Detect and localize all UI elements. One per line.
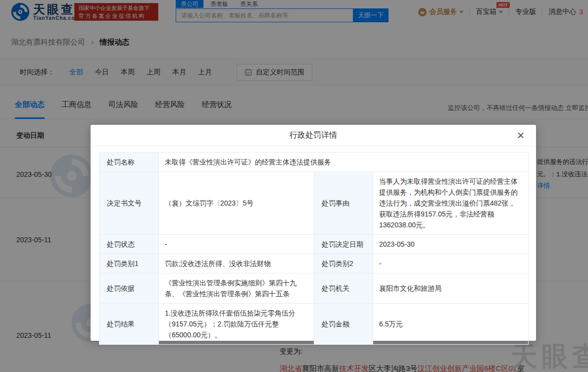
type2-label: 处罚类别2 — [314, 254, 373, 273]
table-row: 处罚类别1 罚款;没收违法所得、没收非法财物 处罚类别2 - — [99, 254, 529, 273]
type1-label: 处罚类别1 — [99, 254, 159, 273]
table-row: 处罚名称 未取得《营业性演出许可证》的经营主体违法提供服务 — [99, 153, 529, 172]
table-row: 处罚结果 1.没收违法所得玖仟壹佰伍拾柒元零角伍分（9157.05元）；2.罚款… — [99, 304, 529, 345]
penalty-detail-modal: 行政处罚详情 × 处罚名称 未取得《营业性演出许可证》的经营主体违法提供服务 决… — [91, 125, 536, 341]
status-label: 处罚状态 — [99, 235, 159, 254]
amount-label: 处罚金额 — [314, 304, 373, 345]
result-value: 1.没收违法所得玖仟壹佰伍拾柒元零角伍分（9157.05元）；2.罚款陆万伍仟元… — [159, 304, 314, 345]
authority-label: 处罚机关 — [314, 273, 373, 304]
type1-value: 罚款;没收违法所得、没收非法财物 — [159, 254, 314, 273]
reason-label: 处罚事由 — [314, 172, 373, 235]
doc-no-value: （襄）文综罚字〈2023〉5号 — [159, 172, 314, 235]
table-row: 处罚状态 - 处罚决定日期 2023-05-30 — [99, 235, 529, 254]
page: 天眼查 TianYanCha.com 国家中小企业发展子基金旗下 官方备案企业征… — [0, 0, 588, 372]
doc-no-label: 决定书文号 — [99, 172, 159, 235]
basis-value: 《营业性演出管理条例实施细则》第四十九条、《营业性演出管理条例》第四十五条 — [159, 273, 314, 304]
table-row: 处罚依据 《营业性演出管理条例实施细则》第四十九条、《营业性演出管理条例》第四十… — [99, 273, 529, 304]
table-row: 决定书文号 （襄）文综罚字〈2023〉5号 处罚事由 当事人为未取得营业性演出许… — [99, 172, 529, 235]
decision-date-value: 2023-05-30 — [373, 235, 529, 254]
authority-value: 襄阳市文化和旅游局 — [373, 273, 529, 304]
decision-date-label: 处罚决定日期 — [314, 235, 373, 254]
reason-value: 当事人为未取得营业性演出许可证的经营主体提供服务，为机构和个人倒卖门票提供服务的… — [373, 172, 529, 235]
penalty-name-value: 未取得《营业性演出许可证》的经营主体违法提供服务 — [159, 153, 529, 172]
result-label: 处罚结果 — [99, 304, 159, 345]
penalty-name-label: 处罚名称 — [99, 153, 159, 172]
modal-title: 行政处罚详情 — [290, 130, 337, 141]
status-value: - — [159, 235, 314, 254]
close-icon[interactable]: × — [513, 128, 528, 143]
type2-value: - — [373, 254, 529, 273]
penalty-detail-table: 处罚名称 未取得《营业性演出许可证》的经营主体违法提供服务 决定书文号 （襄）文… — [99, 152, 529, 345]
basis-label: 处罚依据 — [99, 273, 159, 304]
modal-header: 行政处罚详情 — [91, 125, 536, 146]
amount-value: 6.5万元 — [373, 304, 529, 345]
